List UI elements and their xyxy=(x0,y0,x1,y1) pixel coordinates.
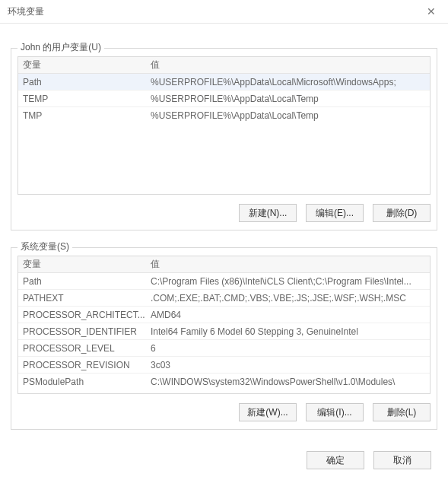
var-name: TMP xyxy=(23,110,151,121)
var-value: 6 xyxy=(151,343,425,354)
sys-new-button[interactable]: 新建(W)... xyxy=(239,403,297,421)
table-row[interactable]: PROCESSOR_REVISION3c03 xyxy=(18,357,430,374)
user-vars-buttons: 新建(N)... 编辑(E)... 删除(D) xyxy=(17,204,431,222)
var-value: .COM;.EXE;.BAT;.CMD;.VBS;.VBE;.JS;.JSE;.… xyxy=(151,293,425,304)
table-row[interactable]: PATHEXT.COM;.EXE;.BAT;.CMD;.VBS;.VBE;.JS… xyxy=(18,290,430,307)
window-title: 环境变量 xyxy=(8,5,421,18)
sys-delete-button[interactable]: 删除(L) xyxy=(373,403,431,421)
user-header-val: 值 xyxy=(151,59,425,72)
user-vars-body: Path%USERPROFILE%\AppData\Local\Microsof… xyxy=(18,74,430,194)
close-icon[interactable]: ✕ xyxy=(421,5,442,17)
sys-vars-body: PathC:\Program Files (x86)\Intel\iCLS Cl… xyxy=(18,273,430,393)
user-vars-group: John 的用户变量(U) 变量 值 Path%USERPROFILE%\App… xyxy=(11,48,437,230)
titlebar: 环境变量 ✕ xyxy=(0,0,448,24)
user-new-button[interactable]: 新建(N)... xyxy=(239,204,297,222)
sys-vars-grid[interactable]: 变量 值 PathC:\Program Files (x86)\Intel\iC… xyxy=(17,256,431,394)
table-row[interactable]: TEMP%USERPROFILE%\AppData\Local\Temp xyxy=(18,91,430,107)
dialog-buttons: 确定 取消 xyxy=(0,440,448,469)
table-row[interactable]: PROCESSOR_ARCHITECT...AMD64 xyxy=(18,307,430,323)
var-name: PSModulePath xyxy=(23,377,151,387)
var-name: PROCESSOR_LEVEL xyxy=(23,343,151,354)
var-value: Intel64 Family 6 Model 60 Stepping 3, Ge… xyxy=(151,326,425,337)
var-name: PATHEXT xyxy=(23,293,151,304)
var-value: %USERPROFILE%\AppData\Local\Microsoft\Wi… xyxy=(151,77,425,87)
table-row[interactable]: PSModulePathC:\WINDOWS\system32\WindowsP… xyxy=(18,374,430,390)
var-name: TEMP xyxy=(23,94,151,104)
var-name: Path xyxy=(23,77,151,87)
table-row[interactable]: PROCESSOR_IDENTIFIERIntel64 Family 6 Mod… xyxy=(18,323,430,340)
user-vars-header: 变量 值 xyxy=(18,57,430,74)
table-row[interactable]: PROCESSOR_LEVEL6 xyxy=(18,340,430,357)
sys-vars-caption: 系统变量(S) xyxy=(17,240,72,253)
user-vars-caption: John 的用户变量(U) xyxy=(17,41,104,54)
sys-vars-buttons: 新建(W)... 编辑(I)... 删除(L) xyxy=(17,403,431,421)
var-value: %USERPROFILE%\AppData\Local\Temp xyxy=(151,94,425,104)
var-value: C:\WINDOWS\system32\WindowsPowerShell\v1… xyxy=(151,377,425,387)
user-edit-button[interactable]: 编辑(E)... xyxy=(306,204,364,222)
sys-header-val: 值 xyxy=(151,258,425,271)
ok-button[interactable]: 确定 xyxy=(307,451,364,469)
var-name: Path xyxy=(23,276,151,287)
var-value: C:\Program Files (x86)\Intel\iCLS Client… xyxy=(151,276,425,287)
sys-vars-group: 系统变量(S) 变量 值 PathC:\Program Files (x86)\… xyxy=(11,247,437,430)
table-row[interactable]: TMP%USERPROFILE%\AppData\Local\Temp xyxy=(18,107,430,124)
sys-vars-header: 变量 值 xyxy=(18,256,430,273)
dialog-client: John 的用户变量(U) 变量 值 Path%USERPROFILE%\App… xyxy=(0,24,448,440)
var-value: %USERPROFILE%\AppData\Local\Temp xyxy=(151,110,425,121)
cancel-button[interactable]: 取消 xyxy=(373,451,431,469)
user-header-var: 变量 xyxy=(23,59,151,72)
var-name: PROCESSOR_ARCHITECT... xyxy=(23,310,151,320)
table-row[interactable]: Path%USERPROFILE%\AppData\Local\Microsof… xyxy=(18,74,430,91)
table-row[interactable]: PathC:\Program Files (x86)\Intel\iCLS Cl… xyxy=(18,273,430,290)
user-vars-grid[interactable]: 变量 值 Path%USERPROFILE%\AppData\Local\Mic… xyxy=(17,56,431,195)
user-delete-button[interactable]: 删除(D) xyxy=(373,204,431,222)
var-name: PROCESSOR_REVISION xyxy=(23,360,151,370)
sys-edit-button[interactable]: 编辑(I)... xyxy=(306,403,364,421)
var-value: AMD64 xyxy=(151,310,425,320)
var-value: 3c03 xyxy=(151,360,425,370)
var-name: PROCESSOR_IDENTIFIER xyxy=(23,326,151,337)
sys-header-var: 变量 xyxy=(23,258,151,271)
